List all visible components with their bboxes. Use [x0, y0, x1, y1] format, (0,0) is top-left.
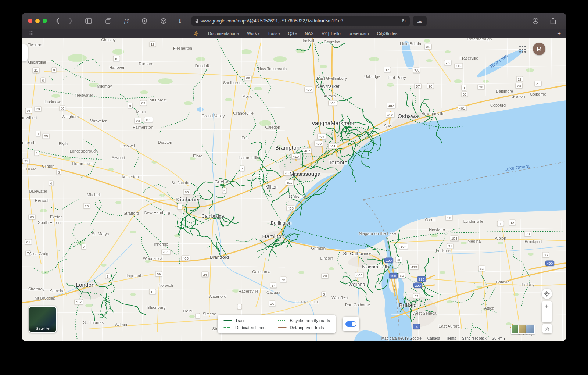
zoom-in-button[interactable]: +: [542, 301, 552, 312]
map-canvas[interactable]: [22, 38, 566, 341]
double-chevron-up-icon: [545, 326, 549, 331]
back-button[interactable]: [54, 17, 62, 25]
favorites-grid-icon[interactable]: [27, 29, 35, 38]
new-bookmark-button[interactable]: +: [557, 30, 561, 36]
extension-target-icon[interactable]: [140, 17, 148, 25]
runner-bookmark-icon[interactable]: [192, 29, 200, 38]
traffic-lights: [28, 19, 47, 23]
bookmarks-bar: Documentation▾Work▾Tools▾QS▾NASV2 | Trel…: [22, 29, 566, 38]
map-attribution: Map data ©2019 GoogleCanadaTermsSend fee…: [381, 336, 523, 340]
bookmark-item[interactable]: QS▾: [288, 31, 297, 36]
avatar-letter: M: [537, 46, 542, 52]
satellite-toggle[interactable]: Satellite: [29, 306, 57, 333]
map-area: 2196101289899231098620211258214823837781…: [22, 38, 566, 341]
legend-swatch-bike: [278, 320, 287, 321]
bookmark-item[interactable]: CityStrides: [377, 31, 398, 36]
map-scale: 20 km: [492, 336, 523, 340]
extension-box-icon[interactable]: [159, 17, 168, 25]
crosshair-icon: [544, 291, 550, 297]
legend-swatch-trails: [223, 320, 232, 321]
legend-label: Trails: [235, 318, 245, 323]
legend-swatch-dirt: [278, 327, 287, 328]
imagery-thumb[interactable]: [526, 325, 535, 334]
bike-legend: TrailsDedicated lanesBicycle-friendly ro…: [218, 315, 336, 333]
chevron-down-icon: ▾: [258, 32, 259, 36]
account-avatar[interactable]: M: [533, 43, 545, 55]
bookmark-item[interactable]: pi webcam: [349, 31, 369, 36]
bookmark-item[interactable]: V2 | Trello: [322, 31, 341, 36]
icloud-tabs-button[interactable]: ☁: [413, 16, 427, 26]
bookmark-item[interactable]: Documentation▾: [208, 31, 239, 36]
legend-item: Dirt/unpaved trails: [278, 325, 330, 330]
url-field[interactable]: www.google.com/maps/@43.5052691,-79.7605…: [191, 16, 410, 26]
legend-label: Dedicated lanes: [235, 325, 265, 330]
attribution-link[interactable]: Canada: [427, 336, 440, 340]
forward-button[interactable]: [67, 17, 75, 25]
lock-icon: [195, 19, 198, 23]
panel-arrow: ›: [24, 50, 25, 56]
zoom-window-button[interactable]: [43, 19, 47, 23]
bookmark-item[interactable]: Work▾: [247, 31, 259, 36]
cloud-icon: ☁: [417, 18, 422, 24]
my-location-button[interactable]: [542, 289, 552, 299]
chevron-down-icon: ▾: [295, 32, 297, 36]
bookmarks-list: Documentation▾Work▾Tools▾QS▾NASV2 | Trel…: [35, 29, 554, 38]
title-bar: ƒ? I www.google.com/maps/@43.5052691,-79…: [22, 13, 566, 29]
chevron-down-icon: ▾: [279, 32, 280, 36]
zoom-out-button[interactable]: −: [542, 312, 552, 323]
chevron-down-icon: ▾: [237, 32, 239, 36]
url-text: www.google.com/maps/@43.5052691,-79.7605…: [201, 18, 343, 24]
bookmark-item[interactable]: NAS: [305, 31, 313, 36]
legend-label: Dirt/unpaved trails: [290, 325, 324, 330]
legend-swatch-lanes: [223, 327, 232, 328]
bike-layer-toggle[interactable]: [345, 321, 356, 327]
share-icon[interactable]: [549, 17, 557, 25]
map-data-credit: Map data ©2019 Google: [381, 336, 422, 340]
extension-instapaper-icon[interactable]: I: [179, 18, 181, 24]
satellite-label: Satellite: [29, 325, 56, 332]
legend-item: Dedicated lanes: [223, 325, 265, 330]
tab-overview-icon[interactable]: [104, 17, 112, 25]
extension-fq-icon[interactable]: ƒ?: [123, 18, 129, 24]
reload-icon[interactable]: ↻: [402, 18, 406, 24]
legend-item: Trails: [223, 318, 265, 323]
legend-label: Bicycle-friendly roads: [290, 318, 330, 323]
bike-layer-toggle-card: [343, 317, 359, 331]
bookmark-item[interactable]: Tools▾: [268, 31, 280, 36]
minimize-window-button[interactable]: [35, 19, 40, 23]
zoom-control: + −: [542, 301, 552, 322]
side-panel-tab[interactable]: ›: [22, 44, 28, 61]
sidebar-toggle-icon[interactable]: [85, 17, 93, 25]
legend-item: Bicycle-friendly roads: [278, 318, 330, 323]
google-apps-icon[interactable]: [517, 44, 528, 54]
attribution-link[interactable]: Send feedback: [462, 336, 487, 340]
collapse-controls-button[interactable]: [542, 324, 552, 333]
close-window-button[interactable]: [28, 19, 32, 23]
browser-window: ƒ? I www.google.com/maps/@43.5052691,-79…: [22, 13, 566, 341]
imagery-thumbnails[interactable]: [513, 325, 535, 334]
attribution-link[interactable]: Terms: [446, 336, 456, 340]
downloads-button[interactable]: [531, 17, 539, 25]
